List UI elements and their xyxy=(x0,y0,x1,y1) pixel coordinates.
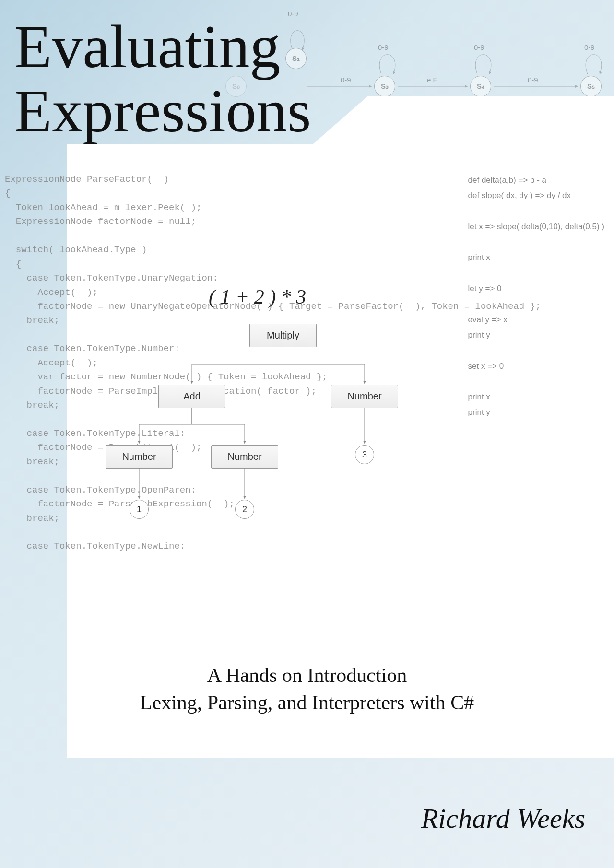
edge-label-09-d: 0-9 xyxy=(584,43,595,51)
title-line-1: Evaluating xyxy=(14,14,311,79)
script-snippets: def delta(a,b) => b - a def slope( dx, d… xyxy=(468,173,604,421)
state-s4: S₄ xyxy=(470,76,491,97)
subtitle-line-2: Lexing, Parsing, and Interpreters with C… xyxy=(0,689,614,716)
parse-tree: Multiply Add Number Number Number 1 2 3 xyxy=(96,321,441,571)
expression-formula: ( 1 + 2 ) * 3 xyxy=(209,285,306,308)
edge-label-09-f: 0-9 xyxy=(528,76,538,84)
subtitle-line-1: A Hands on Introduction xyxy=(0,662,614,689)
state-s5-final: S₅ xyxy=(580,76,602,97)
edge-label-eE: e,E xyxy=(427,76,438,84)
subtitle: A Hands on Introduction Lexing, Parsing,… xyxy=(0,662,614,716)
edge-label-09-b: 0-9 xyxy=(378,43,389,51)
edge-label-09-e: 0-9 xyxy=(341,76,351,84)
edge-label-09-c: 0-9 xyxy=(474,43,484,51)
author-name: Richard Weeks xyxy=(421,802,585,834)
state-s3: S₃ xyxy=(374,76,395,97)
book-title: Evaluating Expressions xyxy=(14,14,311,143)
title-line-2: Expressions xyxy=(14,79,311,143)
